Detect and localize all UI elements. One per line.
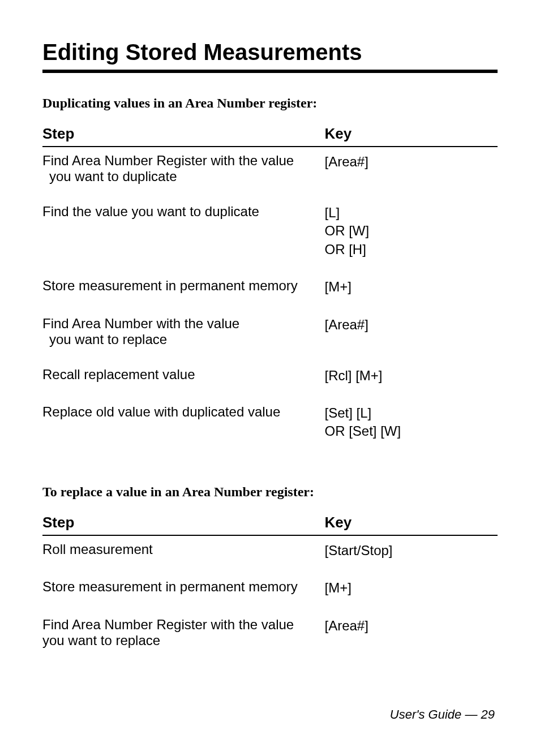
step-cell: Replace old value with duplicated value xyxy=(42,397,324,453)
step-cell: Store measurement in permanent memory xyxy=(42,271,324,308)
step-cell: Recall replacement value xyxy=(42,360,324,397)
table-1-header: Step Key xyxy=(42,125,498,147)
key-text: OR [W] xyxy=(324,222,498,240)
table-1-header-key: Key xyxy=(324,125,498,147)
table-2-header-key: Key xyxy=(324,514,498,536)
table-row: Store measurement in permanent memory [M… xyxy=(42,271,498,308)
title-divider xyxy=(42,70,498,73)
table-2-header: Step Key xyxy=(42,514,498,536)
step-text: Roll measurement xyxy=(42,542,153,557)
key-text: [Area#] xyxy=(324,617,498,635)
key-cell: [Area#] xyxy=(324,309,498,360)
key-text: [Set] [L] xyxy=(324,404,498,422)
key-cell: [Area#] xyxy=(324,147,498,197)
page-footer: User's Guide — 29 xyxy=(390,707,495,722)
table-row: Find Area Number Register with the value… xyxy=(42,610,498,661)
section-heading-2: To replace a value in an Area Number reg… xyxy=(42,484,498,500)
key-cell: [M+] xyxy=(324,271,498,308)
table-row: Roll measurement [Start/Stop] xyxy=(42,536,498,572)
table-1: Step Key Find Area Number Register with … xyxy=(42,125,498,453)
step-text: Find Area Number with the value xyxy=(42,316,239,331)
table-row: Find Area Number Register with the value… xyxy=(42,147,498,197)
key-cell: [L] OR [W] OR [H] xyxy=(324,197,498,271)
table-row: Find Area Number with the value you want… xyxy=(42,309,498,360)
step-cell: Roll measurement xyxy=(42,536,324,572)
step-cell: Store measurement in permanent memory xyxy=(42,572,324,609)
table-row: Replace old value with duplicated value … xyxy=(42,397,498,453)
step-text-line2: you want to replace xyxy=(42,633,313,648)
key-cell: [Rcl] [M+] xyxy=(324,360,498,397)
step-text: Replace old value with duplicated value xyxy=(42,404,280,419)
key-text: OR [Set] [W] xyxy=(324,422,498,440)
key-text: [Start/Stop] xyxy=(324,542,498,560)
step-text-line2: you want to replace xyxy=(42,332,313,347)
key-cell: [Area#] xyxy=(324,610,498,661)
key-text: OR [H] xyxy=(324,240,498,259)
step-cell: Find Area Number with the value you want… xyxy=(42,309,324,360)
step-text: Store measurement in permanent memory xyxy=(42,278,298,293)
table-row: Recall replacement value [Rcl] [M+] xyxy=(42,360,498,397)
key-text: [M+] xyxy=(324,579,498,597)
key-text: [Area#] xyxy=(324,316,498,334)
step-cell: Find the value you want to duplicate xyxy=(42,197,324,271)
key-text: [M+] xyxy=(324,278,498,296)
section-heading-1: Duplicating values in an Area Number reg… xyxy=(42,96,498,111)
step-text-line2: you want to duplicate xyxy=(42,169,313,184)
step-text: Store measurement in permanent memory xyxy=(42,579,298,594)
key-text: [L] xyxy=(324,204,498,222)
step-text: Find the value you want to duplicate xyxy=(42,204,259,219)
key-text: [Area#] xyxy=(324,153,498,171)
key-cell: [M+] xyxy=(324,572,498,609)
table-1-header-step: Step xyxy=(42,125,324,147)
step-text: Recall replacement value xyxy=(42,367,195,382)
table-2-header-step: Step xyxy=(42,514,324,536)
table-row: Store measurement in permanent memory [M… xyxy=(42,572,498,609)
table-row: Find the value you want to duplicate [L]… xyxy=(42,197,498,271)
key-cell: [Set] [L] OR [Set] [W] xyxy=(324,397,498,453)
page-title: Editing Stored Measurements xyxy=(42,40,498,65)
step-cell: Find Area Number Register with the value… xyxy=(42,147,324,197)
table-2: Step Key Roll measurement [Start/Stop] S… xyxy=(42,514,498,661)
step-text: Find Area Number Register with the value xyxy=(42,617,294,632)
step-cell: Find Area Number Register with the value… xyxy=(42,610,324,661)
key-text: [Rcl] [M+] xyxy=(324,367,498,385)
key-cell: [Start/Stop] xyxy=(324,536,498,572)
step-text: Find Area Number Register with the value xyxy=(42,153,294,168)
